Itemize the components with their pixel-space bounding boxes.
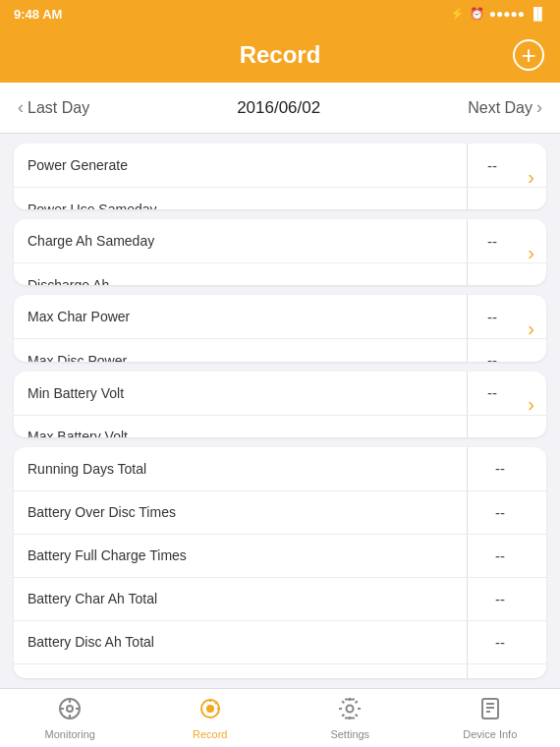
card-card3[interactable]: Max Char Power--Max Disc Power--› [14, 295, 546, 361]
left-arrow-icon: ‹ [18, 97, 24, 118]
row-value: -- [468, 491, 546, 534]
row-value: -- [468, 144, 546, 187]
row-label: Max Char Power [14, 295, 468, 338]
svg-line-9 [215, 702, 217, 704]
row-label: Battery Over Disc Times [14, 491, 468, 534]
status-time: 9:48 AM [14, 7, 62, 22]
last-day-nav[interactable]: ‹ Last Day [18, 97, 89, 118]
row-label: Min Battery Volt [14, 372, 468, 415]
row-label: Battery Disc Ah Total [14, 621, 468, 663]
tab-record[interactable]: Record [140, 689, 281, 747]
chevron-right-icon: › [528, 165, 534, 188]
tab-monitoring-label: Monitoring [45, 728, 95, 740]
status-icons: ⚡ ⏰ ●●●●● ▐▌ [450, 7, 546, 21]
row-label: Max Battery Volt [14, 416, 468, 437]
date-nav: ‹ Last Day 2016/06/02 Next Day › [0, 83, 560, 134]
row-label: Power Generate [14, 144, 468, 187]
tab-bar: Monitoring Record Settings [0, 688, 560, 747]
row-label: Max Disc Power [14, 339, 468, 361]
table-row: Battery Over Disc Times-- [14, 490, 546, 534]
card-card1[interactable]: Power Generate--Power Use Sameday--› [14, 144, 546, 209]
header: Record + [0, 28, 560, 83]
row-value: -- [468, 295, 546, 338]
table-row: Power Generate-- [14, 144, 546, 187]
row-value: -- [468, 578, 546, 620]
table-row: Max Battery Volt-- [14, 415, 546, 437]
signal-bars: ●●●●● [489, 7, 525, 21]
row-label: Power Use Sameday [14, 188, 468, 209]
tab-monitoring[interactable]: Monitoring [0, 689, 140, 747]
chevron-right-icon: › [528, 241, 534, 263]
tab-device-info[interactable]: Device Info [420, 689, 561, 747]
row-value: -- [468, 664, 546, 678]
monitoring-icon [57, 696, 83, 725]
row-value: -- [468, 263, 546, 285]
battery-icon: ▐▌ [530, 7, 546, 21]
tab-settings[interactable]: Settings [280, 689, 420, 747]
table-row: Battery Disc Ah Total-- [14, 620, 546, 663]
right-arrow-icon: › [536, 97, 542, 118]
row-label: Discharge Ah [14, 263, 468, 285]
current-date: 2016/06/02 [237, 98, 320, 118]
next-day-nav[interactable]: Next Day › [468, 97, 542, 118]
table-row: Charge Ah Sameday-- [14, 219, 546, 262]
table-row: Min Battery Volt-- [14, 372, 546, 415]
row-label: Running Days Total [14, 447, 468, 490]
card-card5: Running Days Total--Battery Over Disc Ti… [14, 447, 546, 678]
row-value: -- [468, 219, 546, 262]
row-value: -- [468, 372, 546, 415]
table-row: Discharge Ah-- [14, 262, 546, 285]
row-label: Battery Char Ah Total [14, 578, 468, 620]
table-row: Max Disc Power-- [14, 338, 546, 361]
device-info-icon [477, 696, 503, 725]
status-bar: 9:48 AM ⚡ ⏰ ●●●●● ▐▌ [0, 0, 560, 28]
row-value: -- [468, 416, 546, 437]
page-title: Record [240, 41, 321, 69]
last-day-label[interactable]: Last Day [28, 99, 89, 117]
chevron-right-icon: › [528, 317, 534, 340]
table-row: Battery Char Ah Total-- [14, 577, 546, 620]
table-row: Generation Amount-- [14, 663, 546, 678]
card-card4[interactable]: Min Battery Volt--Max Battery Volt--› [14, 372, 546, 437]
table-row: Power Use Sameday-- [14, 187, 546, 209]
add-button[interactable]: + [513, 39, 544, 71]
row-value: -- [468, 188, 546, 209]
row-value: -- [468, 447, 546, 490]
card-card2[interactable]: Charge Ah Sameday--Discharge Ah--› [14, 219, 546, 285]
settings-icon [337, 696, 363, 725]
bluetooth-icon: ⚡ [450, 7, 465, 21]
next-day-label[interactable]: Next Day [468, 99, 532, 117]
table-row: Running Days Total-- [14, 447, 546, 490]
row-label: Battery Full Charge Times [14, 535, 468, 577]
svg-point-11 [347, 706, 354, 713]
svg-point-7 [206, 705, 214, 713]
alarm-icon: ⏰ [470, 7, 484, 21]
table-row: Max Char Power-- [14, 295, 546, 338]
tab-settings-label: Settings [330, 728, 369, 740]
row-label: Charge Ah Sameday [14, 219, 468, 262]
content-area: Power Generate--Power Use Sameday--›Char… [0, 134, 560, 688]
row-value: -- [468, 535, 546, 577]
chevron-right-icon: › [528, 393, 534, 416]
row-value: -- [468, 621, 546, 663]
row-value: -- [468, 339, 546, 361]
row-label: Generation Amount [14, 664, 468, 678]
svg-point-1 [67, 706, 73, 712]
record-icon [197, 696, 223, 725]
tab-record-label: Record [193, 728, 227, 740]
table-row: Battery Full Charge Times-- [14, 534, 546, 577]
tab-device-info-label: Device Info [463, 728, 517, 740]
